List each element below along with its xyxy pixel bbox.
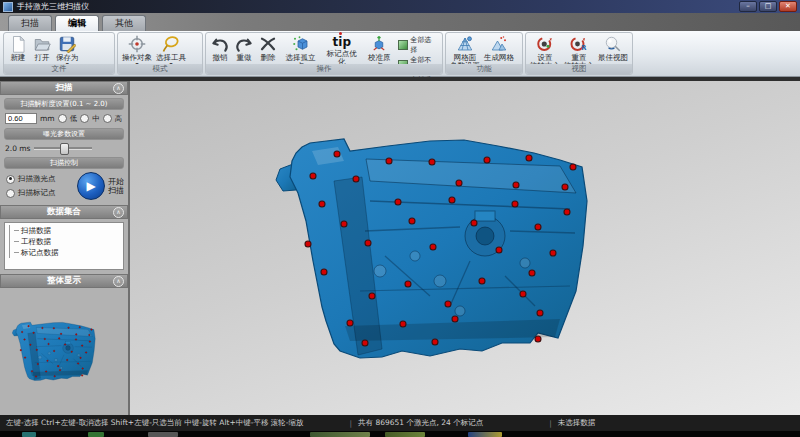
radio-high[interactable] bbox=[103, 114, 112, 123]
marker-point[interactable] bbox=[479, 278, 485, 284]
marker-point[interactable] bbox=[537, 310, 543, 316]
data-panel-header[interactable]: 数据集合 ∧ bbox=[0, 205, 128, 219]
taskbar-sliver bbox=[0, 431, 800, 437]
marker-point[interactable] bbox=[445, 301, 451, 307]
select-isolated-points-button[interactable]: 选择孤立点 bbox=[280, 34, 321, 67]
marker-point[interactable] bbox=[520, 291, 526, 297]
open-button[interactable]: 打开 bbox=[30, 34, 54, 67]
undo-button[interactable]: 撤销 bbox=[208, 34, 232, 67]
new-button[interactable]: 新建 bbox=[6, 34, 30, 67]
start-scan-button[interactable]: ▶ bbox=[77, 172, 105, 200]
marker-point[interactable] bbox=[400, 321, 406, 327]
marker-point[interactable] bbox=[341, 221, 347, 227]
tab-scan[interactable]: 扫描 bbox=[8, 15, 52, 31]
tab-edit[interactable]: 编辑 bbox=[55, 15, 99, 31]
collapse-icon[interactable]: ∧ bbox=[113, 207, 124, 218]
tab-other[interactable]: 其他 bbox=[102, 15, 146, 31]
status-bar: 左键-选择 Ctrl+左键-取消选择 Shift+左键-只选当前 中键-旋转 A… bbox=[0, 415, 800, 431]
marker-point[interactable] bbox=[535, 224, 541, 230]
delete-button[interactable]: 删除 bbox=[256, 34, 280, 67]
marker-optimize-button[interactable]: tip 标记点优化 bbox=[321, 34, 362, 67]
marker-point[interactable] bbox=[365, 240, 371, 246]
calibrate-origin-button[interactable]: 校准原点 bbox=[362, 34, 396, 67]
exposure-slider[interactable] bbox=[34, 143, 92, 153]
marker-point[interactable] bbox=[496, 247, 502, 253]
marker-point[interactable] bbox=[512, 201, 518, 207]
marker-point[interactable] bbox=[432, 339, 438, 345]
best-view-button[interactable]: 最佳视图 bbox=[596, 34, 630, 67]
minimize-button[interactable]: – bbox=[739, 1, 757, 12]
select-tool-button[interactable]: 选择工具 ▾ bbox=[154, 34, 188, 67]
marker-point[interactable] bbox=[319, 201, 325, 207]
ribbon-group-file: 新建 打开 保存为 ▾ 文件 bbox=[3, 32, 115, 75]
select-all-button[interactable]: 全部选择 bbox=[398, 35, 438, 55]
maximize-button[interactable]: □ bbox=[759, 1, 777, 12]
radio-scan-marker[interactable] bbox=[6, 189, 15, 198]
tip-logo-icon: tip bbox=[332, 35, 352, 49]
radio-scan-laser[interactable] bbox=[6, 175, 15, 184]
cube-points-icon bbox=[291, 35, 311, 53]
scan-mesh[interactable] bbox=[130, 81, 800, 416]
taskbar-icon bbox=[310, 432, 370, 437]
tree-item-project-data[interactable]: 工程数据 bbox=[14, 236, 123, 247]
set-rotation-center-button[interactable]: 设置 旋转中心 bbox=[528, 34, 562, 67]
marker-point[interactable] bbox=[321, 269, 327, 275]
mesh-settings-icon bbox=[455, 35, 475, 53]
collapse-icon[interactable]: ∧ bbox=[113, 83, 124, 94]
marker-point[interactable] bbox=[429, 159, 435, 165]
ribbon-group-mode: 操作对象 ▾ 选择工具 ▾ 模式 bbox=[117, 32, 203, 75]
slider-handle[interactable] bbox=[60, 143, 69, 155]
marker-point[interactable] bbox=[570, 164, 576, 170]
collapse-icon[interactable]: ∧ bbox=[113, 276, 124, 287]
taskbar-icon bbox=[385, 432, 425, 437]
marker-point[interactable] bbox=[310, 173, 316, 179]
reset-rotation-center-button[interactable]: R 重置 旋转中心 bbox=[562, 34, 596, 67]
scan-panel-header[interactable]: 扫描 ∧ bbox=[0, 81, 128, 95]
marker-point[interactable] bbox=[513, 182, 519, 188]
tree-item-scan-data[interactable]: 扫描数据 bbox=[14, 225, 123, 236]
marker-point[interactable] bbox=[550, 250, 556, 256]
marker-point[interactable] bbox=[305, 241, 311, 247]
marker-point[interactable] bbox=[471, 220, 477, 226]
marker-point[interactable] bbox=[386, 158, 392, 164]
save-as-button[interactable]: 保存为 ▾ bbox=[54, 34, 81, 67]
marker-point[interactable] bbox=[405, 281, 411, 287]
resolution-input[interactable] bbox=[5, 113, 37, 124]
marker-point[interactable] bbox=[562, 184, 568, 190]
marker-point[interactable] bbox=[353, 176, 359, 182]
svg-text:R: R bbox=[581, 44, 587, 52]
taskbar-icon bbox=[468, 432, 502, 437]
marker-point[interactable] bbox=[526, 155, 532, 161]
display-panel-header[interactable]: 整体显示 ∧ bbox=[0, 274, 128, 288]
data-tree: 扫描数据 工程数据 标记点数据 bbox=[4, 222, 124, 270]
tree-item-marker-data[interactable]: 标记点数据 bbox=[14, 247, 123, 258]
redo-button[interactable]: 重做 bbox=[232, 34, 256, 67]
marker-point[interactable] bbox=[334, 151, 340, 157]
operate-object-button[interactable]: 操作对象 ▾ bbox=[120, 34, 154, 67]
marker-point[interactable] bbox=[529, 270, 535, 276]
group-label-view: 视图 bbox=[526, 64, 632, 74]
viewport-3d[interactable] bbox=[130, 81, 800, 415]
marker-point[interactable] bbox=[535, 336, 541, 342]
marker-point[interactable] bbox=[456, 180, 462, 186]
radio-low[interactable] bbox=[58, 114, 67, 123]
marker-point[interactable] bbox=[347, 320, 353, 326]
marker-point[interactable] bbox=[369, 293, 375, 299]
marker-point[interactable] bbox=[564, 209, 570, 215]
marker-point[interactable] bbox=[484, 157, 490, 163]
mouse-hints: 左键-选择 Ctrl+左键-取消选择 Shift+左键-只选当前 中键-旋转 A… bbox=[6, 418, 304, 428]
generate-mesh-button[interactable]: 生成网格 bbox=[482, 34, 516, 67]
marker-point[interactable] bbox=[395, 199, 401, 205]
marker-point[interactable] bbox=[409, 218, 415, 224]
radio-medium[interactable] bbox=[80, 114, 89, 123]
new-document-icon bbox=[8, 35, 28, 53]
mesh-params-button[interactable]: 网格面 参数设置 bbox=[448, 34, 482, 67]
play-icon: ▶ bbox=[86, 179, 95, 193]
marker-point[interactable] bbox=[452, 316, 458, 322]
close-button[interactable]: ✕ bbox=[779, 1, 797, 12]
origin-axes-icon bbox=[369, 35, 389, 53]
marker-point[interactable] bbox=[362, 340, 368, 346]
marker-point[interactable] bbox=[449, 197, 455, 203]
point-counts: 共有 869651 个激光点, 24 个标记点 bbox=[358, 418, 483, 428]
marker-point[interactable] bbox=[430, 244, 436, 250]
